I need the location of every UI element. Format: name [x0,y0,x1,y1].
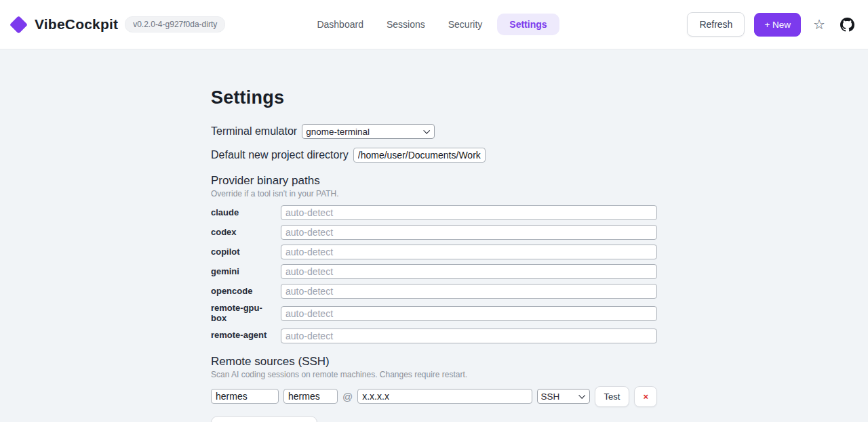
provider-label-codex: codex [211,228,281,238]
main-content: Settings Terminal emulator gnome-termina… [0,49,868,422]
provider-paths-heading: Provider binary paths [211,174,657,188]
provider-label-gemini: gemini [211,267,281,277]
nav-item-dashboard[interactable]: Dashboard [309,14,372,35]
remote-sources-heading: Remote sources (SSH) [211,355,657,368]
star-icon[interactable]: ☆ [813,18,825,31]
remote-name-input[interactable] [211,389,279,404]
page-title: Settings [211,87,657,108]
provider-input-copilot[interactable] [281,245,657,259]
remote-host-input[interactable] [357,389,532,404]
header-actions: Refresh + New ☆ [559,12,859,37]
project-directory-input[interactable] [353,148,486,163]
provider-paths-grid: claude codex copilot gemini opencode rem… [211,205,657,343]
brand-group: VibeCockpit v0.2.0-4-g927f0da-dirty [9,16,309,33]
nav-item-sessions[interactable]: Sessions [378,14,433,35]
app-logo-diamond-icon [9,16,28,34]
provider-input-claude[interactable] [281,205,657,220]
app-title: VibeCockpit [35,16,118,33]
project-directory-row: Default new project directory [211,148,657,163]
at-sign: @ [342,391,353,402]
app-header: VibeCockpit v0.2.0-4-g927f0da-dirty Dash… [0,0,868,49]
remove-remote-source-button[interactable]: × [634,386,657,407]
remote-source-row: @ SSH Test × [211,386,657,407]
nav-item-settings[interactable]: Settings [497,14,559,35]
version-badge: v0.2.0-4-g927f0da-dirty [125,16,225,33]
close-icon: × [643,392,648,402]
add-remote-source-button[interactable]: + Add remote source [211,416,317,422]
provider-label-opencode: opencode [211,287,281,297]
project-directory-label: Default new project directory [211,149,349,161]
provider-label-claude: claude [211,208,281,218]
remote-sources-subtitle: Scan AI coding sessions on remote machin… [211,370,657,379]
provider-input-remote-gpu-box[interactable] [281,306,657,321]
provider-paths-subtitle: Override if a tool isn't in your PATH. [211,189,657,198]
terminal-emulator-row: Terminal emulator gnome-terminal [211,124,657,139]
nav-item-security[interactable]: Security [440,14,491,35]
provider-label-remote-gpu-box: remote-gpu-box [211,303,281,324]
new-button[interactable]: + New [754,13,801,37]
refresh-button[interactable]: Refresh [687,12,745,37]
github-icon[interactable] [840,18,854,32]
test-connection-button[interactable]: Test [595,386,630,407]
provider-label-remote-agent: remote-agent [211,331,281,341]
provider-label-copilot: copilot [211,247,281,257]
main-nav: Dashboard Sessions Security Settings [309,14,559,35]
provider-input-gemini[interactable] [281,264,657,279]
remote-user-input[interactable] [283,389,338,404]
provider-input-codex[interactable] [281,225,657,240]
terminal-emulator-select[interactable]: gnome-terminal [302,124,435,139]
remote-protocol-select[interactable]: SSH [537,389,590,404]
provider-input-opencode[interactable] [281,284,657,299]
terminal-emulator-label: Terminal emulator [211,125,297,138]
provider-input-remote-agent[interactable] [281,329,657,343]
